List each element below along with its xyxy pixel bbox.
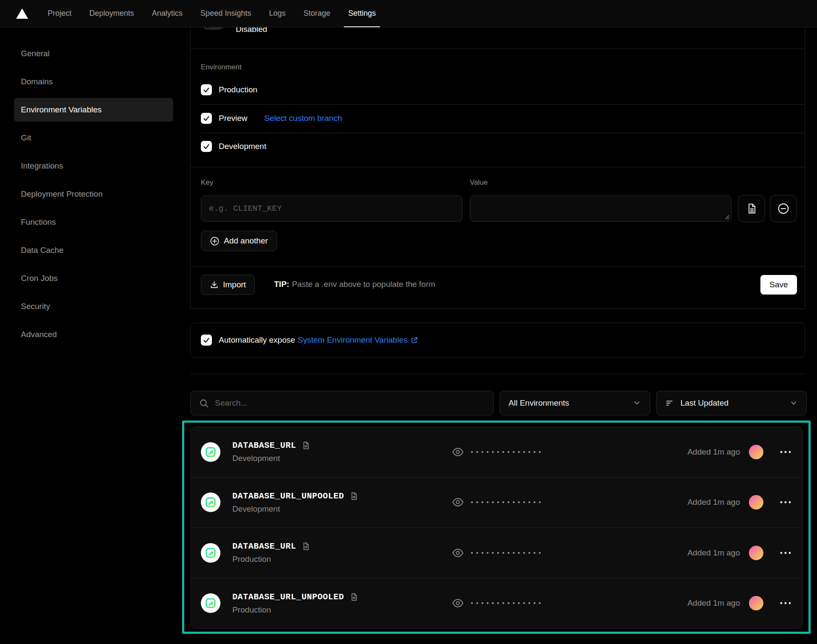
sidebar-item-deployment-protection[interactable]: Deployment Protection xyxy=(14,182,173,206)
production-label: Production xyxy=(219,85,257,94)
expose-label: Automatically expose xyxy=(219,335,295,345)
add-another-label: Add another xyxy=(224,236,268,246)
paste-from-file-button[interactable] xyxy=(738,195,765,222)
external-link-icon xyxy=(410,336,418,344)
sidebar-item-general[interactable]: General xyxy=(14,42,173,66)
added-timestamp: Added 1m ago xyxy=(687,498,740,507)
tab-project[interactable]: Project xyxy=(41,0,78,27)
development-checkbox[interactable] xyxy=(201,141,212,152)
variable-name: DATABASE_URL_UNPOOLED xyxy=(232,592,344,602)
system-env-card: Automatically expose System Environment … xyxy=(190,323,805,358)
env-variable-row[interactable]: DATABASE_URL Production •••••••••••••• A… xyxy=(191,527,803,578)
variable-name: DATABASE_URL_UNPOOLED xyxy=(232,491,344,501)
env-variable-row[interactable]: DATABASE_URL_UNPOOLED Development ••••••… xyxy=(191,477,803,528)
neon-integration-icon xyxy=(201,442,220,462)
select-custom-branch-link[interactable]: Select custom branch xyxy=(264,114,342,123)
download-icon xyxy=(210,280,219,289)
remove-row-button[interactable] xyxy=(770,195,797,222)
row-actions-ellipsis-icon[interactable] xyxy=(780,601,791,605)
sidebar-item-functions[interactable]: Functions xyxy=(14,210,173,234)
add-another-button[interactable]: Add another xyxy=(201,231,277,251)
tip-text: Paste a .env above to populate the form xyxy=(292,280,435,289)
environment-variables-settings-page: Disabled Environment Production Preview … xyxy=(0,0,817,644)
neon-integration-icon xyxy=(201,593,220,613)
check-icon xyxy=(203,114,210,122)
row-actions-ellipsis-icon[interactable] xyxy=(780,501,791,504)
system-env-variables-link-label: System Environment Variables xyxy=(298,335,408,345)
tab-deployments[interactable]: Deployments xyxy=(83,0,141,27)
variable-name: DATABASE_URL xyxy=(232,441,296,450)
tab-settings[interactable]: Settings xyxy=(341,0,383,27)
masked-value: •••••••••••••• xyxy=(470,499,543,506)
vercel-logo-icon[interactable] xyxy=(16,9,28,19)
preview-checkbox[interactable] xyxy=(201,113,212,124)
sort-icon xyxy=(665,398,674,408)
masked-value: •••••••••••••• xyxy=(470,550,543,556)
creator-avatar xyxy=(749,445,763,459)
plus-circle-icon xyxy=(210,236,220,246)
row-actions-ellipsis-icon[interactable] xyxy=(780,551,791,555)
sidebar-item-integrations[interactable]: Integrations xyxy=(14,154,173,178)
search-input[interactable] xyxy=(215,398,485,408)
chevron-down-icon xyxy=(789,399,798,407)
settings-sidebar: General Domains Environment Variables Gi… xyxy=(14,42,173,351)
note-icon[interactable] xyxy=(349,592,358,601)
sidebar-item-cron-jobs[interactable]: Cron Jobs xyxy=(14,266,173,290)
variable-name: DATABASE_URL xyxy=(232,541,296,551)
file-text-icon xyxy=(746,203,757,215)
variable-environment: Development xyxy=(232,504,358,514)
save-button[interactable]: Save xyxy=(760,275,797,295)
import-button[interactable]: Import xyxy=(201,275,255,295)
environment-filter-dropdown[interactable]: All Environments xyxy=(500,391,650,415)
key-input[interactable] xyxy=(201,195,463,222)
divider xyxy=(201,104,806,105)
reveal-value-eye-icon[interactable] xyxy=(452,597,464,609)
variable-environment: Development xyxy=(232,454,310,463)
value-input[interactable] xyxy=(470,195,731,222)
tab-logs[interactable]: Logs xyxy=(262,0,292,27)
sidebar-item-git[interactable]: Git xyxy=(14,126,173,150)
neon-integration-icon xyxy=(201,543,220,563)
divider xyxy=(191,167,806,167)
preview-label: Preview xyxy=(219,114,248,123)
tab-speed-insights[interactable]: Speed Insights xyxy=(194,0,258,27)
expose-checkbox[interactable] xyxy=(201,335,212,346)
sort-dropdown[interactable]: Last Updated xyxy=(656,391,807,415)
search-icon xyxy=(199,398,209,408)
variable-environment: Production xyxy=(232,605,358,615)
sidebar-item-domains[interactable]: Domains xyxy=(14,70,173,94)
tab-storage[interactable]: Storage xyxy=(297,0,337,27)
added-timestamp: Added 1m ago xyxy=(687,447,740,457)
sidebar-item-environment-variables[interactable]: Environment Variables xyxy=(14,98,173,122)
sidebar-item-data-cache[interactable]: Data Cache xyxy=(14,238,173,262)
production-checkbox[interactable] xyxy=(201,84,212,95)
system-env-variables-link[interactable]: System Environment Variables xyxy=(298,335,418,345)
note-icon[interactable] xyxy=(301,542,310,551)
import-label: Import xyxy=(223,280,246,289)
sidebar-item-advanced[interactable]: Advanced xyxy=(14,323,173,346)
row-actions-ellipsis-icon[interactable] xyxy=(780,450,791,454)
environment-section-label: Environment xyxy=(201,63,241,72)
reveal-value-eye-icon[interactable] xyxy=(452,446,464,458)
neon-integration-icon xyxy=(201,492,220,512)
env-variable-row[interactable]: DATABASE_URL_UNPOOLED Production •••••••… xyxy=(191,578,803,629)
chevron-down-icon xyxy=(633,399,641,407)
search-box xyxy=(190,391,494,415)
tab-analytics[interactable]: Analytics xyxy=(145,0,189,27)
note-icon[interactable] xyxy=(349,492,358,501)
env-variable-row[interactable]: DATABASE_URL Development •••••••••••••• … xyxy=(191,427,803,477)
check-icon xyxy=(203,143,210,150)
added-timestamp: Added 1m ago xyxy=(687,598,740,608)
creator-avatar xyxy=(749,596,763,610)
divider xyxy=(191,266,806,267)
nav-tabs: Project Deployments Analytics Speed Insi… xyxy=(41,0,383,27)
reveal-value-eye-icon[interactable] xyxy=(452,547,464,559)
divider xyxy=(190,374,806,374)
divider xyxy=(191,49,806,49)
sidebar-item-security[interactable]: Security xyxy=(14,295,173,318)
reveal-value-eye-icon[interactable] xyxy=(452,496,464,508)
value-field-label: Value xyxy=(470,178,488,187)
variable-environment: Production xyxy=(232,555,310,564)
creator-avatar xyxy=(749,546,763,560)
note-icon[interactable] xyxy=(301,441,310,450)
